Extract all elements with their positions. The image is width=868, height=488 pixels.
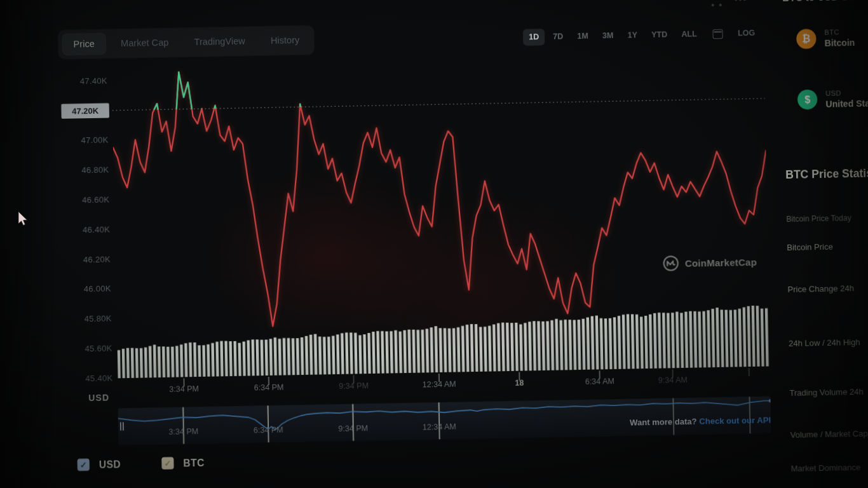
range-all[interactable]: ALL: [675, 26, 703, 43]
y-tick-label: 47.40K: [58, 75, 107, 87]
series-legend: ✓USD✓BTC: [78, 456, 205, 471]
converter-row-usd[interactable]: $ USD United States Dollar: [797, 88, 868, 109]
api-link[interactable]: Check out our API: [699, 416, 771, 426]
stat-row-bitcoin-price: Bitcoin Price: [787, 242, 833, 252]
x-tick-label: 9:34 AM: [658, 376, 688, 385]
y-tick-label: 46.20K: [62, 254, 111, 266]
api-promo-text: Want more data?: [630, 417, 697, 428]
x-tick-label: 18: [515, 379, 524, 388]
x-tick-label: 3:34 PM: [169, 384, 199, 394]
navigator-tick-label: 9:34 PM: [338, 424, 368, 433]
x-tick-label: 12:34 AM: [423, 380, 456, 390]
stat-row-trading-volume-24h: Trading Volume 24h: [789, 387, 864, 398]
navigator-tick-label: 6:34 PM: [254, 426, 283, 435]
price-chart-svg[interactable]: [112, 57, 770, 388]
y-tick-label: 46.00K: [62, 283, 111, 295]
navigator-tick-label: 3:34 PM: [168, 427, 198, 437]
chart-type-tabs: PriceMarket CapTradingViewHistory: [58, 25, 315, 60]
range-1y[interactable]: 1Y: [621, 27, 643, 44]
log-scale-toggle[interactable]: LOG: [732, 25, 761, 42]
screen-photo: PriceMarket CapTradingViewHistory ••• 1D…: [0, 0, 868, 488]
x-tick-label: 6:34 PM: [254, 383, 284, 393]
converter-symbol: USD: [825, 88, 868, 97]
y-tick-label: 46.40K: [62, 224, 111, 236]
stats-title: BTC Price Statistics: [785, 166, 868, 182]
coinmarketcap-logo-icon: [662, 255, 679, 272]
y-tick-label: 46.80K: [60, 165, 109, 177]
watermark-text: CoinMarketCap: [685, 256, 757, 268]
bitcoin-icon: ₿: [796, 29, 817, 49]
legend-toggle-btc[interactable]: ✓BTC: [161, 456, 205, 469]
stat-row-24h-low-24h-high: 24h Low / 24h High: [789, 337, 860, 348]
range-3m[interactable]: 3M: [597, 27, 620, 44]
checkbox-btc[interactable]: ✓: [161, 457, 173, 469]
right-sidebar: BTC to USD Converter ₿ BTC Bitcoin $ USD…: [775, 0, 868, 483]
y-tick-label: 46.60K: [61, 194, 110, 206]
x-tick-label: 9:34 PM: [339, 381, 369, 391]
usd-icon: $: [797, 90, 818, 110]
range-ytd[interactable]: YTD: [646, 26, 674, 43]
y-tick-label: 45.80K: [63, 313, 112, 325]
calendar-icon[interactable]: [713, 29, 723, 39]
tab-market-cap[interactable]: Market Cap: [110, 32, 180, 54]
converter-name: United States Dollar: [825, 97, 868, 109]
converter-title: BTC to USD Converter: [782, 0, 868, 4]
range-1d[interactable]: 1D: [523, 29, 545, 46]
navigator-tick-label: 12:34 AM: [423, 423, 456, 432]
stat-row-volume-market-cap: Volume / Market Cap: [790, 429, 868, 440]
tab-tradingview[interactable]: TradingView: [183, 30, 256, 52]
stats-subtitle: Bitcoin Price Today: [786, 214, 851, 224]
y-tick-label: 45.60K: [64, 343, 112, 355]
time-range-controls: 1D7D1M3M1YYTDALLLOG: [523, 25, 761, 46]
tab-history[interactable]: History: [260, 30, 311, 51]
range-7d[interactable]: 7D: [547, 28, 569, 45]
stat-row-price-change-24h: Price Change 24h: [787, 283, 854, 294]
tab-price[interactable]: Price: [62, 33, 106, 55]
apps-grid-icon[interactable]: [711, 0, 722, 7]
more-options-icon[interactable]: •••: [735, 0, 748, 5]
y-axis-unit-toggle[interactable]: USD: [64, 393, 110, 403]
converter-name: Bitcoin: [825, 37, 855, 48]
range-1m[interactable]: 1M: [571, 28, 594, 45]
stat-row-market-dominance: Market Dominance: [790, 463, 860, 473]
legend-label: BTC: [183, 457, 205, 469]
coinmarketcap-watermark: CoinMarketCap: [662, 254, 757, 272]
legend-toggle-usd[interactable]: ✓USD: [78, 458, 121, 471]
y-tick-label: 45.40K: [64, 372, 113, 384]
y-tick-label: 47.00K: [60, 135, 109, 147]
current-price-badge: 47.20K: [61, 103, 109, 118]
checkbox-usd[interactable]: ✓: [78, 459, 90, 471]
coinmarketcap-page: PriceMarket CapTradingViewHistory ••• 1D…: [0, 0, 868, 488]
converter-row-btc[interactable]: ₿ BTC Bitcoin: [796, 28, 855, 49]
x-tick-label: 6:34 AM: [585, 377, 614, 386]
legend-label: USD: [99, 458, 121, 470]
converter-symbol: BTC: [824, 28, 855, 36]
